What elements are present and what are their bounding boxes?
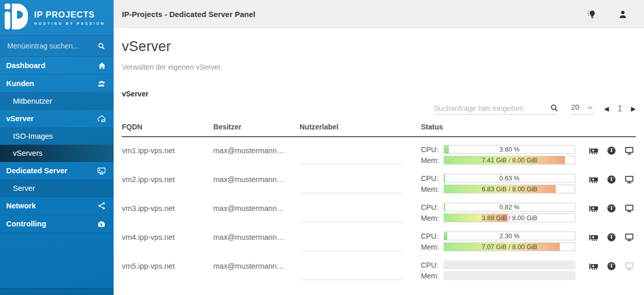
owner-cell: max@mustermann… <box>213 145 300 155</box>
mem-usage-bar: 6.83 GiB / 8.00 GiB <box>444 185 575 193</box>
row-actions <box>577 232 636 242</box>
sidebar-item-dedicated-server[interactable]: Dedicated Server <box>0 162 114 180</box>
share-icon <box>98 202 106 210</box>
sidebar-item-dashboard[interactable]: Dashboard <box>0 57 114 75</box>
brand-logo[interactable]: IP PROJECTS HOSTING BY PASSION <box>0 0 114 35</box>
mem-usage-bar: 7.07 GiB / 8.00 GiB <box>444 242 575 251</box>
monitor-icon[interactable] <box>624 146 634 155</box>
network-card-icon[interactable] <box>589 175 599 184</box>
cpu-usage-bar: 0.82 % <box>444 203 575 211</box>
sidebar-item-label: Server <box>13 184 35 192</box>
cpu-label: CPU: <box>421 261 444 269</box>
table-toolbar: 20 ◀ 1 ▶ <box>122 103 636 114</box>
page-size-select[interactable]: 20 <box>569 103 594 114</box>
nutzerlabel-input[interactable] <box>300 178 403 193</box>
monitor-icon[interactable] <box>624 204 634 213</box>
mem-label: Mem: <box>421 214 444 222</box>
cpu-usage-text: 3.60 % <box>444 145 575 154</box>
status-cell: CPU: 2.30 % Mem: 7.07 GiB / 8.00 GiB <box>421 232 577 251</box>
mem-usage-bar: 3.89 GiB / 8.00 GiB <box>444 214 575 222</box>
next-page-button[interactable]: ▶ <box>631 105 636 112</box>
sidebar-menu-search[interactable]: Menüeintrag suchen... <box>0 35 114 57</box>
app-window: IP PROJECTS HOSTING BY PASSION Menüeintr… <box>0 0 644 295</box>
mem-usage-text: 7.07 GiB / 8.00 GiB <box>444 243 575 251</box>
status-cell: CPU: Mem: <box>421 260 577 280</box>
status-cell: CPU: 3.60 % Mem: 7.41 GiB / 8.00 GiB <box>421 145 577 165</box>
network-card-icon[interactable] <box>589 233 599 242</box>
sidebar-item-label: Network <box>6 202 36 210</box>
nutzerlabel-input[interactable] <box>300 236 403 251</box>
nutzerlabel-input[interactable] <box>300 265 403 280</box>
network-card-icon[interactable] <box>589 146 599 155</box>
monitor-icon[interactable] <box>624 261 634 271</box>
network-card-icon[interactable] <box>589 204 599 213</box>
sidebar-item-controlling[interactable]: Controlling <box>0 215 114 233</box>
ip-projects-logo-icon <box>4 3 29 32</box>
network-card-icon[interactable] <box>589 262 599 271</box>
topbar: IP-Projects - Dedicated Server Panel <box>114 0 644 28</box>
user-icon[interactable] <box>618 10 627 19</box>
column-header-fqdn: FQDN <box>122 123 213 131</box>
gauge-icon[interactable] <box>607 175 616 184</box>
sidebar-item-label: ISO-Images <box>13 132 53 140</box>
cpu-usage-bar: 3.60 % <box>444 145 575 154</box>
sidebar-item-server[interactable]: Server <box>0 180 114 197</box>
owner-cell: max@mustermann… <box>213 232 300 241</box>
nutzerlabel-input[interactable] <box>300 149 403 165</box>
mem-label: Mem: <box>421 156 444 165</box>
sidebar-item-label: Controlling <box>6 220 46 228</box>
mem-label: Mem: <box>421 185 444 193</box>
sidebar: IP PROJECTS HOSTING BY PASSION Menüeintr… <box>0 0 114 295</box>
mem-usage-text: 6.83 GiB / 8.00 GiB <box>444 185 575 193</box>
gauge-icon[interactable] <box>607 233 616 242</box>
brand-name: IP PROJECTS <box>34 10 105 20</box>
content: vServer Verwalten der eigenen vServer. v… <box>114 28 644 282</box>
sidebar-item-kunden[interactable]: Kunden <box>0 75 114 93</box>
sidebar-item-mitbenutzer[interactable]: Mitbenutzer <box>0 93 114 110</box>
search-input[interactable] <box>434 104 550 112</box>
monitor-icon[interactable] <box>624 233 634 242</box>
column-header-besitzer: Besitzer <box>213 123 300 131</box>
home-icon <box>98 62 106 70</box>
search-icon <box>98 42 105 50</box>
sidebar-item-network[interactable]: Network <box>0 197 114 215</box>
fqdn-cell: vm5.ipp-vps.net <box>122 260 213 270</box>
row-actions <box>577 174 636 184</box>
gauge-icon[interactable] <box>607 146 616 155</box>
cloud-server-icon <box>97 114 106 123</box>
column-header-nutzerlabel: Nutzerlabel <box>300 123 421 131</box>
page-number: 1 <box>618 104 622 113</box>
cpu-usage-text: 2.30 % <box>444 232 575 240</box>
mem-usage-bar <box>444 271 575 280</box>
cpu-label: CPU: <box>421 232 444 240</box>
cpu-usage-text: 0.63 % <box>444 174 575 183</box>
sidebar-item-label: Dedicated Server <box>6 167 67 175</box>
search-icon[interactable] <box>550 104 559 112</box>
column-header-status: Status <box>421 123 577 131</box>
mem-usage-bar: 7.41 GiB / 8.00 GiB <box>444 156 575 165</box>
page-size-value: 20 <box>571 103 579 111</box>
row-actions <box>577 260 636 271</box>
owner-cell: max@mustermann… <box>213 174 300 184</box>
gauge-icon[interactable] <box>607 261 616 271</box>
cpu-usage-text: 0.82 % <box>444 203 575 211</box>
terminal-icon <box>97 167 106 175</box>
sidebar-item-label: Mitbenutzer <box>13 97 52 105</box>
topbar-title: IP-Projects - Dedicated Server Panel <box>122 10 255 19</box>
sidebar-item-vservers[interactable]: vServers <box>0 145 114 162</box>
mem-usage-text: 7.41 GiB / 8.00 GiB <box>444 156 575 165</box>
prev-page-button[interactable]: ◀ <box>604 105 609 112</box>
nutzerlabel-input[interactable] <box>300 207 403 222</box>
sidebar-item-vserver[interactable]: vServer <box>0 110 114 128</box>
status-cell: CPU: 0.82 % Mem: 3.89 GiB / 8.00 GiB <box>421 203 577 222</box>
row-actions <box>577 203 636 213</box>
mem-label: Mem: <box>421 272 444 280</box>
gauge-icon <box>97 220 106 228</box>
owner-cell: max@mustermann… <box>213 260 300 270</box>
monitor-icon[interactable] <box>624 175 634 184</box>
gauge-icon[interactable] <box>607 204 616 213</box>
section-title: vServer <box>122 90 636 98</box>
row-actions <box>577 145 636 155</box>
lightbulb-icon[interactable] <box>587 9 596 19</box>
sidebar-item-iso-images[interactable]: ISO-Images <box>0 128 114 145</box>
